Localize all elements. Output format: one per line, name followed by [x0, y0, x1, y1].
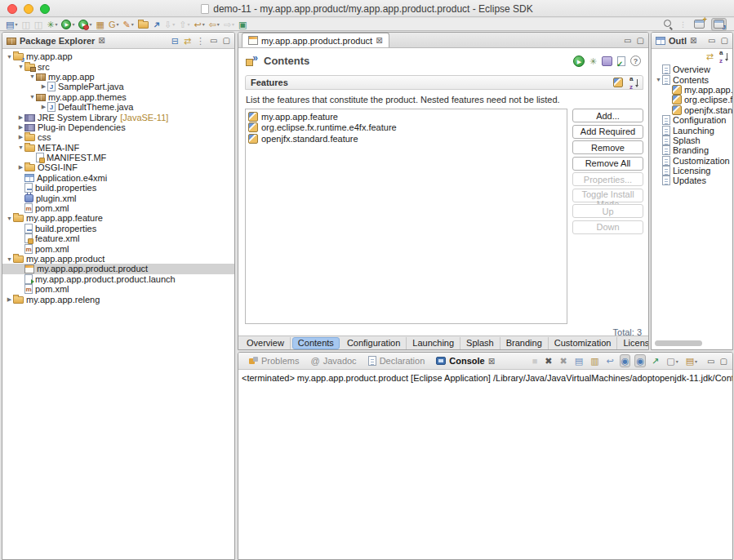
back-button[interactable]: ⇦▾ — [207, 18, 221, 30]
brush-button[interactable]: ✎▾ — [121, 18, 135, 30]
console-tab-javadoc[interactable]: @Javadoc — [305, 353, 362, 369]
tree-item[interactable]: ▼my.app.app.feature — [2, 213, 234, 223]
editor-tab[interactable]: my.app.app.product.product ⊠ — [242, 33, 389, 47]
collapse-arrow-icon[interactable]: ▼ — [6, 216, 13, 221]
export-product-icon[interactable] — [602, 56, 612, 66]
tree-item[interactable]: Overview — [652, 64, 732, 74]
remove-button[interactable]: Remove — [572, 140, 643, 154]
horizontal-scrollbar[interactable] — [655, 340, 702, 346]
tree-item[interactable]: org.eclipse.fx. — [652, 95, 732, 104]
tree-item[interactable]: ▶OSGI-INF — [2, 162, 234, 172]
page-tab-branding[interactable]: Branding — [500, 337, 549, 349]
tree-item[interactable]: pom.xml — [2, 243, 234, 253]
pointer-button[interactable]: ➔ — [151, 18, 162, 30]
open-launch-config-button[interactable]: ↗ — [650, 354, 661, 367]
collapse-arrow-icon[interactable]: ▼ — [29, 94, 36, 100]
tree-item[interactable]: ▼my.app.app — [2, 51, 234, 61]
tree-item[interactable]: my.app.app.fe — [652, 85, 732, 95]
remove-all-button[interactable]: Remove All — [572, 157, 643, 171]
tree-item[interactable]: Branding — [652, 145, 732, 155]
debug-application-icon[interactable]: ✳ — [589, 56, 597, 66]
close-view-icon[interactable]: ⊠ — [488, 357, 495, 366]
tree-item[interactable]: MANIFEST.MF — [2, 153, 234, 162]
import-feature-icon[interactable] — [613, 78, 623, 87]
tree-item[interactable]: my.app.app.product.product.launch — [2, 274, 234, 284]
expand-arrow-icon[interactable]: ▶ — [17, 114, 24, 121]
save-button[interactable]: ◫ — [20, 18, 31, 30]
dropdown-caret-icon[interactable]: ▾ — [217, 21, 220, 27]
close-view-icon[interactable]: ⊠ — [98, 36, 105, 45]
tree-item[interactable]: build.properties — [2, 183, 234, 193]
tree-item[interactable]: Licensing — [652, 166, 732, 176]
dropdown-caret-icon[interactable]: ▾ — [232, 21, 234, 27]
show-on-error-button[interactable]: ◉ — [634, 354, 646, 367]
clear-console-button[interactable]: ▤ — [573, 354, 585, 367]
dropdown-caret-icon[interactable]: ▾ — [172, 21, 175, 27]
search-icon[interactable] — [661, 18, 675, 30]
tree-item[interactable]: ▶my.app.app.releng — [2, 294, 234, 304]
expand-arrow-icon[interactable]: ▶ — [17, 164, 24, 171]
tree-item[interactable]: ▼src — [2, 61, 234, 71]
tree-item[interactable]: ▶JRE System Library[JavaSE-11] — [2, 112, 234, 122]
add-required-button[interactable]: Add Required — [572, 125, 643, 139]
word-wrap-button[interactable]: ↩ — [605, 354, 616, 367]
page-tab-overview[interactable]: Overview — [241, 337, 291, 349]
tree-item[interactable]: build.properties — [2, 224, 234, 233]
tree-item[interactable]: Application.e4xmi — [2, 173, 234, 183]
back-history-button[interactable]: ↩▾ — [192, 18, 206, 30]
maximize-icon[interactable]: ▢ — [637, 36, 644, 45]
help-icon[interactable]: ? — [630, 56, 641, 66]
collapse-arrow-icon[interactable]: ▼ — [6, 256, 13, 262]
link-with-editor-icon[interactable]: ⇄ — [706, 51, 714, 61]
maximize-icon[interactable]: ▢ — [721, 36, 728, 45]
dropdown-caret-icon[interactable]: ▾ — [187, 21, 189, 27]
collapse-arrow-icon[interactable]: ▼ — [655, 77, 662, 82]
dropdown-caret-icon[interactable]: ▾ — [15, 21, 17, 27]
link-with-editor-icon[interactable]: ⇄ — [184, 36, 191, 46]
expand-arrow-icon[interactable]: ▶ — [40, 83, 47, 90]
tree-item[interactable]: Configuration — [652, 115, 732, 125]
skip-breakpoints-button[interactable]: ⇩▾ — [162, 18, 176, 30]
tree-item[interactable]: pom.xml — [2, 284, 234, 294]
tree-item[interactable]: feature.xml — [2, 233, 234, 243]
console-tab-console[interactable]: Console⊠ — [430, 353, 500, 369]
dropdown-caret-icon[interactable]: ▾ — [202, 21, 205, 27]
open-folder-button[interactable] — [136, 18, 150, 30]
expand-arrow-icon[interactable]: ▶ — [17, 134, 24, 140]
tree-item[interactable]: ▼Contents — [652, 74, 732, 84]
feature-list-item[interactable]: openjfx.standard.feature — [246, 133, 567, 144]
expand-arrow-icon[interactable]: ▶ — [17, 124, 24, 131]
maximize-icon[interactable]: ▢ — [223, 36, 230, 45]
debug-button[interactable]: ✳▾ — [45, 18, 59, 30]
save-all-button[interactable]: ◫ — [33, 18, 44, 30]
close-view-icon[interactable]: ⊠ — [690, 36, 696, 45]
tree-item[interactable]: Customization — [652, 156, 732, 166]
page-tab-licensing[interactable]: Licensing — [617, 337, 649, 349]
package-explorer-tab[interactable]: Package Explorer ⊠ — [7, 36, 105, 46]
minimize-icon[interactable]: ▭ — [210, 36, 217, 45]
remove-all-terminated-button[interactable]: ✖ — [558, 354, 569, 367]
terminate-button[interactable]: ■ — [531, 354, 540, 367]
collapse-arrow-icon[interactable]: ▼ — [6, 54, 13, 60]
dropdown-caret-icon[interactable]: ▾ — [72, 21, 74, 27]
forward-button[interactable]: ⇨▾ — [222, 18, 236, 30]
close-editor-icon[interactable]: ⊠ — [376, 36, 382, 45]
show-on-output-button[interactable]: ◉ — [620, 354, 631, 367]
dropdown-caret-icon[interactable]: ▾ — [116, 21, 118, 27]
tree-item[interactable]: ▼META-INF — [2, 143, 234, 153]
tree-item[interactable]: ▶SamplePart.java — [2, 82, 234, 91]
tree-item[interactable]: Updates — [652, 176, 732, 185]
remove-launch-button[interactable]: ✖ — [543, 354, 554, 367]
new-wizard-button[interactable]: ▤▾ — [4, 18, 19, 30]
expand-arrow-icon[interactable]: ▶ — [6, 296, 13, 303]
view-menu-icon[interactable]: ⋮ — [196, 36, 205, 46]
prev-annotation-button[interactable]: ⇧▾ — [177, 18, 191, 30]
dropdown-caret-icon[interactable]: ▾ — [676, 358, 678, 364]
tree-item[interactable]: ▼my.app.app.themes — [2, 92, 234, 102]
tree-item[interactable]: my.app.app.product.product — [2, 264, 234, 273]
new-plugin-grid-button[interactable]: ▦ — [95, 18, 106, 30]
link-with-editor-button[interactable]: ▣ — [237, 18, 248, 30]
tree-item[interactable]: ▶DefaultTheme.java — [2, 102, 234, 112]
scroll-lock-button[interactable]: ▥ — [589, 354, 600, 367]
dropdown-caret-icon[interactable]: ▾ — [131, 21, 134, 27]
